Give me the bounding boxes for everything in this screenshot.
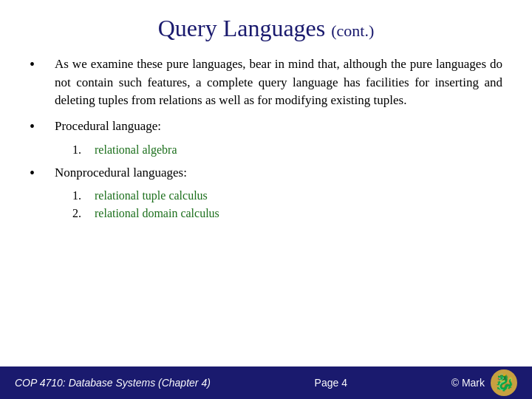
nonprocedural-sub-list: 1. relational tuple calculus 2. relation…	[72, 189, 502, 220]
bullet-item-1: • As we examine these pure languages, be…	[30, 55, 502, 110]
bullet-item-3: • Nonprocedural languages:	[30, 164, 502, 183]
footer-copyright: © Mark	[451, 377, 485, 389]
sub-item-procedural-1: 1. relational algebra	[72, 143, 502, 157]
sub-number-p1: 1.	[72, 143, 86, 157]
bullet-text-2: Procedural language:	[55, 117, 161, 136]
slide-content: Query Languages (cont.) • As we examine …	[0, 0, 532, 366]
slide-title: Query Languages (cont.)	[30, 15, 502, 42]
sub-text-np2: relational domain calculus	[95, 207, 219, 220]
sub-number-np2: 2.	[72, 207, 86, 220]
footer-right: © Mark 🐉	[451, 369, 517, 396]
title-main: Query Languages	[158, 15, 326, 41]
sub-number-np1: 1.	[72, 189, 86, 202]
footer-page: Page 4	[315, 377, 347, 389]
bullet-dot-3: •	[30, 165, 41, 182]
footer-course: COP 4710: Database Systems (Chapter 4)	[15, 377, 211, 389]
sub-item-nonproc-1: 1. relational tuple calculus	[72, 189, 502, 202]
bullet-item-2: • Procedural language:	[30, 117, 502, 136]
dragon-icon: 🐉	[494, 373, 514, 392]
dragon-logo-icon: 🐉	[491, 369, 517, 396]
bullet-dot-1: •	[30, 56, 41, 73]
title-cont: (cont.)	[331, 21, 374, 40]
footer: COP 4710: Database Systems (Chapter 4) P…	[0, 366, 532, 399]
procedural-sub-list: 1. relational algebra	[72, 143, 502, 157]
bullet-dot-2: •	[30, 118, 41, 135]
sub-text-np1: relational tuple calculus	[95, 189, 208, 202]
bullet-text-1: As we examine these pure languages, bear…	[55, 55, 502, 110]
bullet-text-3: Nonprocedural languages:	[55, 164, 187, 183]
sub-text-p1: relational algebra	[95, 143, 177, 157]
bullet-section-2: • Procedural language: 1. relational alg…	[30, 117, 502, 157]
bullet-section-3: • Nonprocedural languages: 1. relational…	[30, 164, 502, 221]
slide: Query Languages (cont.) • As we examine …	[0, 0, 532, 399]
sub-item-nonproc-2: 2. relational domain calculus	[72, 207, 502, 220]
bullet-section-1: • As we examine these pure languages, be…	[30, 55, 502, 110]
